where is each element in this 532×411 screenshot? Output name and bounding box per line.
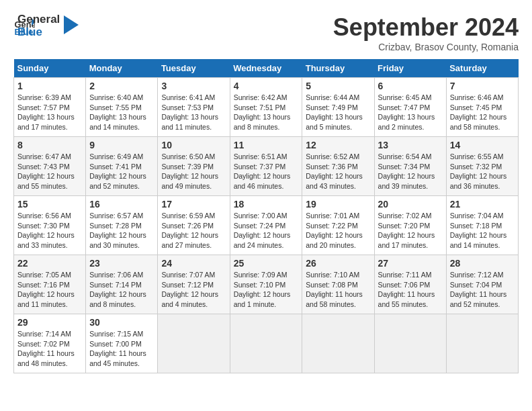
day-info: Sunrise: 7:14 AM Sunset: 7:02 PM Dayligh… bbox=[17, 329, 82, 369]
calendar-cell: 3 Sunrise: 6:41 AM Sunset: 7:53 PM Dayli… bbox=[158, 78, 230, 137]
day-info: Sunrise: 6:45 AM Sunset: 7:47 PM Dayligh… bbox=[378, 93, 443, 132]
week-row: 22 Sunrise: 7:05 AM Sunset: 7:16 PM Dayl… bbox=[14, 255, 519, 314]
day-info: Sunrise: 6:52 AM Sunset: 7:36 PM Dayligh… bbox=[306, 152, 370, 191]
logo-arrow-icon bbox=[64, 15, 79, 34]
calendar-cell: 13 Sunrise: 6:54 AM Sunset: 7:34 PM Dayl… bbox=[374, 137, 446, 196]
day-info: Sunrise: 6:41 AM Sunset: 7:53 PM Dayligh… bbox=[161, 93, 226, 132]
calendar-cell: 26 Sunrise: 7:10 AM Sunset: 7:08 PM Dayl… bbox=[302, 255, 374, 314]
day-number: 6 bbox=[378, 81, 443, 91]
calendar-cell: 6 Sunrise: 6:45 AM Sunset: 7:47 PM Dayli… bbox=[374, 78, 446, 137]
day-number: 30 bbox=[89, 317, 154, 328]
calendar-cell bbox=[302, 314, 374, 373]
calendar-cell: 4 Sunrise: 6:42 AM Sunset: 7:51 PM Dayli… bbox=[230, 78, 302, 137]
day-number: 1 bbox=[17, 81, 82, 91]
day-info: Sunrise: 6:49 AM Sunset: 7:41 PM Dayligh… bbox=[89, 152, 154, 191]
calendar-cell: 25 Sunrise: 7:09 AM Sunset: 7:10 PM Dayl… bbox=[230, 255, 302, 314]
day-number: 29 bbox=[17, 317, 82, 328]
col-saturday: Saturday bbox=[446, 59, 518, 78]
day-number: 2 bbox=[89, 81, 154, 91]
logo-blue: Blue bbox=[17, 26, 60, 39]
week-row: 8 Sunrise: 6:47 AM Sunset: 7:43 PM Dayli… bbox=[14, 137, 519, 196]
calendar-cell: 9 Sunrise: 6:49 AM Sunset: 7:41 PM Dayli… bbox=[86, 137, 158, 196]
calendar-cell: 21 Sunrise: 7:04 AM Sunset: 7:18 PM Dayl… bbox=[446, 196, 518, 255]
calendar-cell: 12 Sunrise: 6:52 AM Sunset: 7:36 PM Dayl… bbox=[302, 137, 374, 196]
day-number: 17 bbox=[161, 199, 226, 210]
calendar-cell: 14 Sunrise: 6:55 AM Sunset: 7:32 PM Dayl… bbox=[446, 137, 518, 196]
col-sunday: Sunday bbox=[14, 59, 86, 78]
day-number: 18 bbox=[234, 199, 299, 210]
day-info: Sunrise: 6:46 AM Sunset: 7:45 PM Dayligh… bbox=[450, 93, 515, 132]
day-number: 8 bbox=[17, 140, 82, 150]
calendar-cell: 2 Sunrise: 6:40 AM Sunset: 7:55 PM Dayli… bbox=[86, 78, 158, 137]
day-number: 26 bbox=[306, 258, 370, 269]
week-row: 15 Sunrise: 6:56 AM Sunset: 7:30 PM Dayl… bbox=[14, 196, 519, 255]
day-info: Sunrise: 7:07 AM Sunset: 7:12 PM Dayligh… bbox=[161, 270, 226, 310]
calendar-cell: 17 Sunrise: 6:59 AM Sunset: 7:26 PM Dayl… bbox=[158, 196, 230, 255]
day-number: 12 bbox=[306, 140, 370, 150]
calendar-cell bbox=[230, 314, 302, 373]
day-number: 11 bbox=[234, 140, 299, 150]
day-info: Sunrise: 6:57 AM Sunset: 7:28 PM Dayligh… bbox=[89, 211, 154, 250]
logo-general: General bbox=[17, 13, 60, 26]
day-info: Sunrise: 7:09 AM Sunset: 7:10 PM Dayligh… bbox=[234, 270, 299, 310]
day-info: Sunrise: 6:55 AM Sunset: 7:32 PM Dayligh… bbox=[450, 152, 515, 191]
day-info: Sunrise: 7:06 AM Sunset: 7:14 PM Dayligh… bbox=[89, 270, 154, 310]
day-number: 4 bbox=[234, 81, 299, 91]
day-number: 21 bbox=[450, 199, 515, 210]
day-info: Sunrise: 6:42 AM Sunset: 7:51 PM Dayligh… bbox=[234, 93, 299, 132]
day-number: 15 bbox=[17, 199, 82, 210]
calendar-cell: 27 Sunrise: 7:11 AM Sunset: 7:06 PM Dayl… bbox=[374, 255, 446, 314]
day-info: Sunrise: 7:02 AM Sunset: 7:20 PM Dayligh… bbox=[378, 211, 443, 250]
day-number: 5 bbox=[306, 81, 370, 91]
day-number: 24 bbox=[161, 258, 226, 269]
calendar-cell: 23 Sunrise: 7:06 AM Sunset: 7:14 PM Dayl… bbox=[86, 255, 158, 314]
day-number: 23 bbox=[89, 258, 154, 269]
calendar-cell: 22 Sunrise: 7:05 AM Sunset: 7:16 PM Dayl… bbox=[14, 255, 86, 314]
location: Crizbav, Brasov County, Romania bbox=[333, 42, 519, 52]
day-info: Sunrise: 6:44 AM Sunset: 7:49 PM Dayligh… bbox=[306, 93, 370, 132]
day-number: 27 bbox=[378, 258, 443, 269]
day-number: 22 bbox=[17, 258, 82, 269]
day-info: Sunrise: 7:05 AM Sunset: 7:16 PM Dayligh… bbox=[17, 270, 82, 310]
calendar-cell: 28 Sunrise: 7:12 AM Sunset: 7:04 PM Dayl… bbox=[446, 255, 518, 314]
calendar-cell: 29 Sunrise: 7:14 AM Sunset: 7:02 PM Dayl… bbox=[14, 314, 86, 373]
calendar-cell: 18 Sunrise: 7:00 AM Sunset: 7:24 PM Dayl… bbox=[230, 196, 302, 255]
day-number: 3 bbox=[161, 81, 226, 91]
calendar-table: Sunday Monday Tuesday Wednesday Thursday… bbox=[13, 59, 519, 373]
calendar-cell bbox=[158, 314, 230, 373]
col-thursday: Thursday bbox=[302, 59, 374, 78]
day-info: Sunrise: 7:10 AM Sunset: 7:08 PM Dayligh… bbox=[306, 270, 370, 310]
day-number: 25 bbox=[234, 258, 299, 269]
day-info: Sunrise: 6:40 AM Sunset: 7:55 PM Dayligh… bbox=[89, 93, 154, 132]
day-info: Sunrise: 6:51 AM Sunset: 7:37 PM Dayligh… bbox=[234, 152, 299, 191]
calendar-cell: 16 Sunrise: 6:57 AM Sunset: 7:28 PM Dayl… bbox=[86, 196, 158, 255]
logo: General Blue General Blue bbox=[13, 13, 79, 38]
calendar-cell bbox=[374, 314, 446, 373]
day-info: Sunrise: 6:54 AM Sunset: 7:34 PM Dayligh… bbox=[378, 152, 443, 191]
calendar-cell: 8 Sunrise: 6:47 AM Sunset: 7:43 PM Dayli… bbox=[14, 137, 86, 196]
day-info: Sunrise: 7:01 AM Sunset: 7:22 PM Dayligh… bbox=[306, 211, 370, 250]
day-info: Sunrise: 7:00 AM Sunset: 7:24 PM Dayligh… bbox=[234, 211, 299, 250]
day-info: Sunrise: 6:47 AM Sunset: 7:43 PM Dayligh… bbox=[17, 152, 82, 191]
day-number: 7 bbox=[450, 81, 515, 91]
day-info: Sunrise: 7:11 AM Sunset: 7:06 PM Dayligh… bbox=[378, 270, 443, 310]
day-info: Sunrise: 7:15 AM Sunset: 7:00 PM Dayligh… bbox=[89, 329, 154, 369]
day-number: 19 bbox=[306, 199, 370, 210]
day-info: Sunrise: 6:50 AM Sunset: 7:39 PM Dayligh… bbox=[161, 152, 226, 191]
col-monday: Monday bbox=[86, 59, 158, 78]
title-block: September 2024 Crizbav, Brasov County, R… bbox=[333, 13, 519, 52]
col-tuesday: Tuesday bbox=[158, 59, 230, 78]
day-info: Sunrise: 6:56 AM Sunset: 7:30 PM Dayligh… bbox=[17, 211, 82, 250]
col-wednesday: Wednesday bbox=[230, 59, 302, 78]
calendar-cell: 24 Sunrise: 7:07 AM Sunset: 7:12 PM Dayl… bbox=[158, 255, 230, 314]
day-number: 9 bbox=[89, 140, 154, 150]
month-title: September 2024 bbox=[333, 13, 519, 42]
week-row: 1 Sunrise: 6:39 AM Sunset: 7:57 PM Dayli… bbox=[14, 78, 519, 137]
day-info: Sunrise: 6:39 AM Sunset: 7:57 PM Dayligh… bbox=[17, 93, 82, 132]
day-number: 13 bbox=[378, 140, 443, 150]
day-info: Sunrise: 7:04 AM Sunset: 7:18 PM Dayligh… bbox=[450, 211, 515, 250]
calendar-cell: 7 Sunrise: 6:46 AM Sunset: 7:45 PM Dayli… bbox=[446, 78, 518, 137]
day-number: 10 bbox=[161, 140, 226, 150]
calendar-cell: 15 Sunrise: 6:56 AM Sunset: 7:30 PM Dayl… bbox=[14, 196, 86, 255]
page-header: General Blue General Blue September 2024… bbox=[13, 13, 519, 52]
